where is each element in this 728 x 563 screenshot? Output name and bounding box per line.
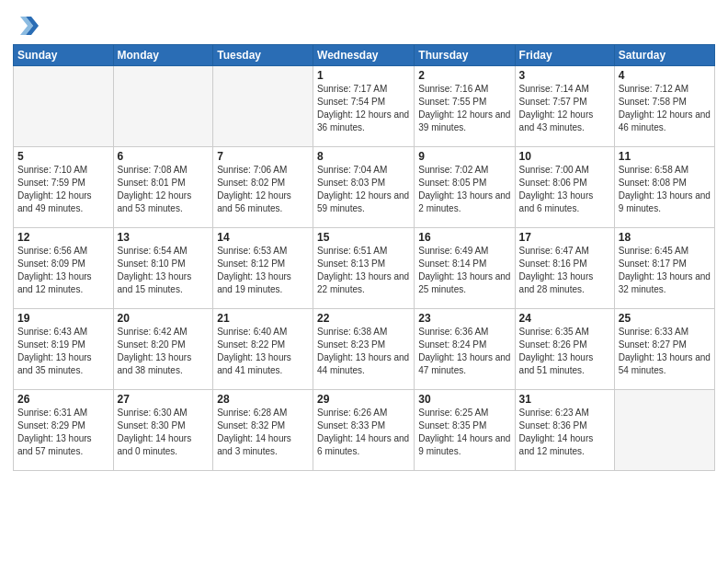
day-number: 31	[519, 393, 610, 406]
weekday-header-wednesday: Wednesday	[313, 45, 415, 66]
day-info: Sunrise: 6:54 AM Sunset: 8:10 PM Dayligh…	[118, 245, 210, 296]
day-info: Sunrise: 7:17 AM Sunset: 7:54 PM Dayligh…	[317, 83, 410, 134]
calendar-week-3: 19Sunrise: 6:43 AM Sunset: 8:19 PM Dayli…	[14, 309, 715, 390]
weekday-header-thursday: Thursday	[415, 45, 515, 66]
weekday-header-friday: Friday	[515, 45, 614, 66]
calendar-cell: 30Sunrise: 6:25 AM Sunset: 8:35 PM Dayli…	[415, 390, 515, 471]
day-info: Sunrise: 7:06 AM Sunset: 8:02 PM Dayligh…	[217, 164, 309, 215]
day-number: 4	[619, 69, 711, 82]
day-number: 11	[619, 150, 711, 163]
day-info: Sunrise: 6:38 AM Sunset: 8:23 PM Dayligh…	[317, 326, 410, 377]
day-info: Sunrise: 6:23 AM Sunset: 8:36 PM Dayligh…	[519, 407, 610, 458]
day-number: 3	[519, 69, 610, 82]
day-number: 22	[317, 312, 410, 325]
calendar-table: SundayMondayTuesdayWednesdayThursdayFrid…	[13, 44, 715, 471]
day-info: Sunrise: 6:33 AM Sunset: 8:27 PM Dayligh…	[619, 326, 711, 377]
day-info: Sunrise: 7:14 AM Sunset: 7:57 PM Dayligh…	[519, 83, 610, 134]
calendar-cell: 26Sunrise: 6:31 AM Sunset: 8:29 PM Dayli…	[14, 390, 114, 471]
calendar-week-4: 26Sunrise: 6:31 AM Sunset: 8:29 PM Dayli…	[14, 390, 715, 471]
day-number: 6	[118, 150, 210, 163]
day-number: 18	[619, 231, 711, 244]
calendar-cell: 9Sunrise: 7:02 AM Sunset: 8:05 PM Daylig…	[415, 147, 515, 228]
day-info: Sunrise: 7:02 AM Sunset: 8:05 PM Dayligh…	[418, 164, 510, 215]
day-number: 25	[619, 312, 711, 325]
calendar-cell: 15Sunrise: 6:51 AM Sunset: 8:13 PM Dayli…	[313, 228, 415, 309]
weekday-header-sunday: Sunday	[14, 45, 114, 66]
calendar-week-2: 12Sunrise: 6:56 AM Sunset: 8:09 PM Dayli…	[14, 228, 715, 309]
calendar-cell: 3Sunrise: 7:14 AM Sunset: 7:57 PM Daylig…	[515, 66, 614, 147]
day-number: 29	[317, 393, 410, 406]
day-number: 12	[17, 231, 109, 244]
day-info: Sunrise: 6:31 AM Sunset: 8:29 PM Dayligh…	[17, 407, 109, 458]
calendar-cell: 6Sunrise: 7:08 AM Sunset: 8:01 PM Daylig…	[113, 147, 213, 228]
logo	[13, 13, 42, 39]
day-info: Sunrise: 6:58 AM Sunset: 8:08 PM Dayligh…	[619, 164, 711, 215]
day-info: Sunrise: 6:28 AM Sunset: 8:32 PM Dayligh…	[217, 407, 309, 458]
calendar-week-0: 1Sunrise: 7:17 AM Sunset: 7:54 PM Daylig…	[14, 66, 715, 147]
day-number: 15	[317, 231, 410, 244]
day-info: Sunrise: 6:26 AM Sunset: 8:33 PM Dayligh…	[317, 407, 410, 458]
calendar-cell: 10Sunrise: 7:00 AM Sunset: 8:06 PM Dayli…	[515, 147, 614, 228]
day-info: Sunrise: 6:53 AM Sunset: 8:12 PM Dayligh…	[217, 245, 309, 296]
day-number: 20	[118, 312, 210, 325]
calendar-cell: 17Sunrise: 6:47 AM Sunset: 8:16 PM Dayli…	[515, 228, 614, 309]
calendar-cell: 12Sunrise: 6:56 AM Sunset: 8:09 PM Dayli…	[14, 228, 114, 309]
day-number: 7	[217, 150, 309, 163]
calendar-cell: 5Sunrise: 7:10 AM Sunset: 7:59 PM Daylig…	[14, 147, 114, 228]
day-number: 2	[418, 69, 510, 82]
weekday-header-monday: Monday	[113, 45, 213, 66]
day-info: Sunrise: 6:42 AM Sunset: 8:20 PM Dayligh…	[118, 326, 210, 377]
day-info: Sunrise: 6:56 AM Sunset: 8:09 PM Dayligh…	[17, 245, 109, 296]
day-info: Sunrise: 6:35 AM Sunset: 8:26 PM Dayligh…	[519, 326, 610, 377]
day-info: Sunrise: 6:45 AM Sunset: 8:17 PM Dayligh…	[619, 245, 711, 296]
calendar-cell	[614, 390, 714, 471]
day-info: Sunrise: 7:00 AM Sunset: 8:06 PM Dayligh…	[519, 164, 610, 215]
day-number: 16	[418, 231, 510, 244]
day-number: 23	[418, 312, 510, 325]
day-info: Sunrise: 6:47 AM Sunset: 8:16 PM Dayligh…	[519, 245, 610, 296]
calendar-cell: 2Sunrise: 7:16 AM Sunset: 7:55 PM Daylig…	[415, 66, 515, 147]
calendar-cell: 4Sunrise: 7:12 AM Sunset: 7:58 PM Daylig…	[614, 66, 714, 147]
day-number: 5	[17, 150, 109, 163]
day-number: 27	[118, 393, 210, 406]
page: SundayMondayTuesdayWednesdayThursdayFrid…	[0, 0, 728, 563]
calendar-cell: 22Sunrise: 6:38 AM Sunset: 8:23 PM Dayli…	[313, 309, 415, 390]
day-number: 21	[217, 312, 309, 325]
calendar-cell: 1Sunrise: 7:17 AM Sunset: 7:54 PM Daylig…	[313, 66, 415, 147]
calendar-cell: 29Sunrise: 6:26 AM Sunset: 8:33 PM Dayli…	[313, 390, 415, 471]
calendar-week-1: 5Sunrise: 7:10 AM Sunset: 7:59 PM Daylig…	[14, 147, 715, 228]
day-number: 9	[418, 150, 510, 163]
calendar-cell: 20Sunrise: 6:42 AM Sunset: 8:20 PM Dayli…	[113, 309, 213, 390]
weekday-header-tuesday: Tuesday	[213, 45, 313, 66]
calendar-cell: 28Sunrise: 6:28 AM Sunset: 8:32 PM Dayli…	[213, 390, 313, 471]
calendar-cell	[113, 66, 213, 147]
calendar-cell: 31Sunrise: 6:23 AM Sunset: 8:36 PM Dayli…	[515, 390, 614, 471]
weekday-header-row: SundayMondayTuesdayWednesdayThursdayFrid…	[14, 45, 715, 66]
day-number: 1	[317, 69, 410, 82]
calendar-cell: 11Sunrise: 6:58 AM Sunset: 8:08 PM Dayli…	[614, 147, 714, 228]
day-number: 14	[217, 231, 309, 244]
day-info: Sunrise: 6:25 AM Sunset: 8:35 PM Dayligh…	[418, 407, 510, 458]
calendar-cell: 13Sunrise: 6:54 AM Sunset: 8:10 PM Dayli…	[113, 228, 213, 309]
weekday-header-saturday: Saturday	[614, 45, 714, 66]
calendar-cell: 25Sunrise: 6:33 AM Sunset: 8:27 PM Dayli…	[614, 309, 714, 390]
calendar-cell: 18Sunrise: 6:45 AM Sunset: 8:17 PM Dayli…	[614, 228, 714, 309]
header	[13, 9, 715, 39]
day-info: Sunrise: 7:16 AM Sunset: 7:55 PM Dayligh…	[418, 83, 510, 134]
day-info: Sunrise: 6:40 AM Sunset: 8:22 PM Dayligh…	[217, 326, 309, 377]
day-info: Sunrise: 6:51 AM Sunset: 8:13 PM Dayligh…	[317, 245, 410, 296]
day-number: 13	[118, 231, 210, 244]
day-info: Sunrise: 7:12 AM Sunset: 7:58 PM Dayligh…	[619, 83, 711, 134]
day-number: 24	[519, 312, 610, 325]
day-info: Sunrise: 7:08 AM Sunset: 8:01 PM Dayligh…	[118, 164, 210, 215]
day-info: Sunrise: 6:36 AM Sunset: 8:24 PM Dayligh…	[418, 326, 510, 377]
day-number: 26	[17, 393, 109, 406]
calendar-cell: 23Sunrise: 6:36 AM Sunset: 8:24 PM Dayli…	[415, 309, 515, 390]
day-number: 19	[17, 312, 109, 325]
calendar-cell: 19Sunrise: 6:43 AM Sunset: 8:19 PM Dayli…	[14, 309, 114, 390]
day-number: 10	[519, 150, 610, 163]
calendar-cell	[213, 66, 313, 147]
logo-icon	[13, 13, 39, 39]
calendar-cell: 8Sunrise: 7:04 AM Sunset: 8:03 PM Daylig…	[313, 147, 415, 228]
calendar-cell	[14, 66, 114, 147]
